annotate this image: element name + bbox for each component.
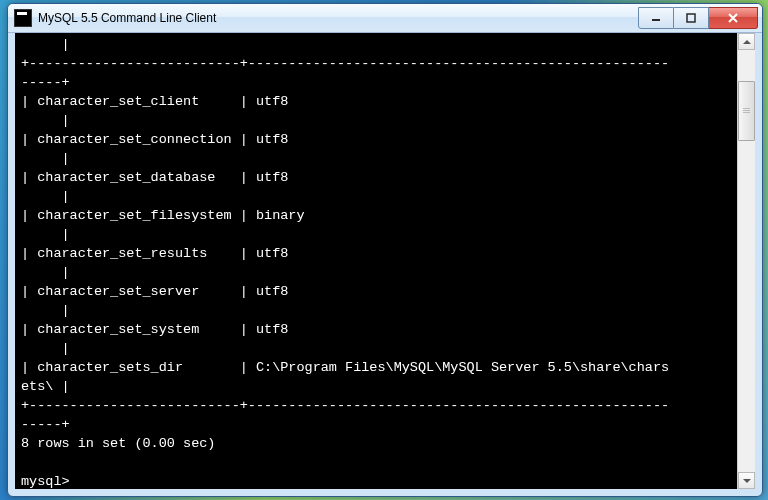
- titlebar[interactable]: MySQL 5.5 Command Line Client: [8, 4, 762, 33]
- svg-rect-0: [652, 19, 660, 21]
- vertical-scrollbar[interactable]: [737, 33, 755, 489]
- maximize-icon: [686, 13, 696, 23]
- maximize-button[interactable]: [674, 7, 709, 29]
- close-button[interactable]: [709, 7, 758, 29]
- terminal-client-area: | +--------------------------+----------…: [15, 33, 755, 489]
- app-icon: [14, 9, 32, 27]
- svg-rect-1: [687, 14, 695, 22]
- minimize-icon: [651, 13, 661, 23]
- minimize-button[interactable]: [638, 7, 674, 29]
- scroll-up-button[interactable]: [738, 33, 755, 50]
- scroll-down-button[interactable]: [738, 472, 755, 489]
- scroll-thumb[interactable]: [738, 81, 755, 141]
- terminal-output[interactable]: | +--------------------------+----------…: [15, 33, 738, 489]
- app-window: MySQL 5.5 Command Line Client | +-------…: [7, 3, 763, 497]
- close-icon: [727, 13, 739, 23]
- window-title: MySQL 5.5 Command Line Client: [38, 11, 638, 25]
- window-buttons: [638, 7, 758, 27]
